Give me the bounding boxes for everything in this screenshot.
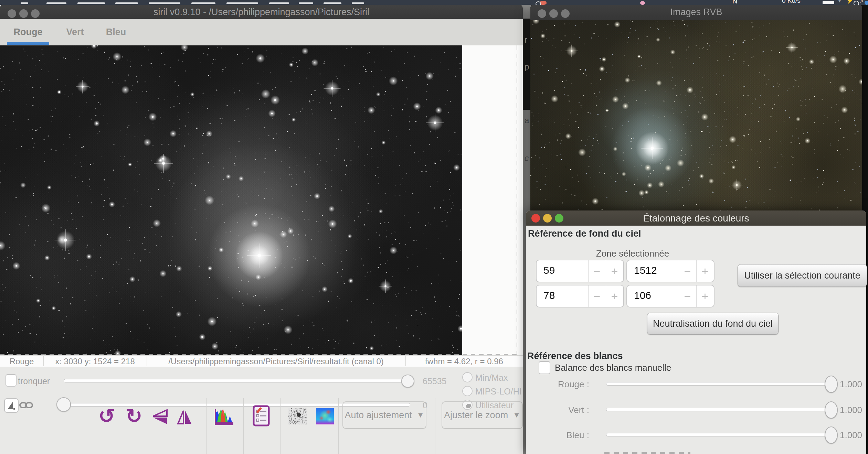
decrement-button[interactable]: − — [588, 285, 606, 307]
green-slider-value: 1.000 — [840, 405, 862, 415]
rotate-ccw-button[interactable]: ↺ — [98, 407, 116, 425]
tab-rouge[interactable]: Rouge — [7, 19, 49, 45]
chevron-down-icon: ▼ — [417, 411, 424, 420]
macos-menubar[interactable]: N 0 Ko/s ▼ ⚡ ⌕ — [0, 0, 868, 5]
radio-mips-label: MIPS-LO/HI — [475, 387, 522, 397]
rotate-cw-icon: ↻ — [126, 408, 142, 424]
clipped-letter: p — [525, 62, 529, 72]
active-tab-underline — [7, 42, 49, 45]
truncate-checkbox[interactable] — [6, 374, 17, 387]
decrement-button[interactable]: − — [588, 260, 606, 282]
use-current-selection-button[interactable]: Utiliser la sélection courante — [738, 264, 867, 287]
radio-minmax-label: Min/Max — [475, 373, 508, 383]
dialog-titlebar[interactable]: Étalonnage des couleurs — [526, 210, 866, 226]
grayscale-image[interactable] — [0, 45, 462, 355]
tab-bleu[interactable]: Bleu — [99, 19, 133, 45]
radio-minmax[interactable] — [462, 372, 473, 382]
chevron-down-icon: ▼ — [513, 411, 520, 420]
blue-slider-track[interactable] — [606, 433, 831, 436]
search-status-icon[interactable] — [536, 1, 541, 5]
fits-header-button[interactable] — [253, 405, 270, 426]
status-channel: Rouge — [0, 356, 43, 367]
background-reference-header: Référence de fond du ciel — [528, 228, 641, 239]
background-neutralization-button[interactable]: Neutralisation du fond du ciel — [647, 313, 779, 335]
increment-button[interactable]: + — [606, 285, 623, 307]
decrement-button[interactable]: − — [679, 260, 696, 282]
dialog-title: Étalonnage des couleurs — [526, 213, 866, 224]
blue-app-status-icon[interactable] — [865, 1, 868, 5]
histogram-button[interactable] — [214, 407, 234, 426]
fits-header-icon — [253, 405, 270, 426]
image-canvas-area[interactable] — [0, 45, 523, 359]
selected-zone-label: Zone sélectionnée — [581, 248, 684, 259]
zone-height-spinbox[interactable]: 106 − + — [626, 285, 714, 307]
battery-icon[interactable] — [823, 1, 834, 4]
status-filename: /Users/philippemingasson/Pictures/Siril/… — [147, 356, 405, 367]
blue-slider-knob[interactable] — [825, 426, 838, 444]
zone-width-spinbox[interactable]: 78 − + — [536, 285, 624, 307]
siril-window: siril v0.9.10 - /Users/philippemingasson… — [0, 4, 523, 454]
white-reference-header: Référence des blancs — [527, 351, 623, 361]
tab-vert[interactable]: Vert — [58, 19, 92, 45]
rvb-window: Images RVB — [530, 4, 862, 213]
status-fwhm: fwhm = 4.62, r = 0.96 — [405, 356, 523, 367]
green-slider-label: Vert : — [526, 405, 589, 415]
statusbar: Rouge x: 3030 y: 1524 = 218 /Users/phili… — [0, 355, 523, 367]
network-speed[interactable]: 0 Ko/s — [782, 0, 801, 4]
increment-button[interactable]: + — [696, 260, 714, 282]
radio-mips[interactable] — [462, 386, 473, 396]
selection-dashed-right — [517, 45, 517, 354]
blue-slider-label: Bleu : — [526, 430, 589, 441]
red-slider-value: 1.000 — [840, 379, 862, 390]
rvb-titlebar[interactable]: Images RVB — [530, 4, 862, 20]
clipped-partial-text — [604, 452, 690, 454]
rvb-image[interactable] — [530, 20, 862, 213]
manual-wb-label: Balance des blancs manuelle — [555, 363, 671, 373]
increment-button[interactable]: + — [696, 285, 714, 307]
zoom-fit-dropdown[interactable]: Ajuster le zoom ▼ — [442, 401, 523, 429]
clipped-letter: a — [525, 116, 529, 125]
zone-x-spinbox[interactable]: 59 − + — [536, 260, 624, 282]
lightning-icon[interactable]: ⚡ — [846, 0, 853, 4]
hi-value: 65535 — [423, 376, 447, 386]
notification-status-icon[interactable]: N — [732, 0, 737, 5]
falsecolor-preview-thumbnail[interactable] — [316, 408, 334, 424]
hi-slider-track[interactable] — [64, 379, 410, 382]
green-slider-knob[interactable] — [825, 401, 838, 419]
selection-dashed-bottom — [0, 354, 517, 355]
channel-tabbar: Rouge Vert Bleu — [0, 19, 523, 46]
spotlight-search-icon[interactable]: ⌕ — [860, 0, 864, 4]
auto-adjust-dropdown[interactable]: Auto ajustement ▼ — [342, 401, 426, 429]
green-slider-track[interactable] — [606, 408, 831, 411]
window-title: Images RVB — [530, 7, 862, 18]
manual-wb-checkbox[interactable] — [539, 361, 550, 374]
truncate-label: tronquer — [18, 376, 50, 386]
siril-titlebar[interactable]: siril v0.9.10 - /Users/philippemingasson… — [0, 4, 523, 19]
lo-slider-knob[interactable] — [56, 397, 71, 412]
flip-vertical-icon — [176, 409, 194, 425]
decrement-button[interactable]: − — [679, 285, 696, 307]
hi-slider-knob[interactable] — [401, 375, 414, 388]
red-slider-track[interactable] — [606, 382, 831, 386]
color-calibration-dialog: Étalonnage des couleurs Référence de fon… — [526, 210, 866, 454]
grayscale-preview-thumbnail[interactable] — [288, 408, 307, 424]
rotate-ccw-icon: ↺ — [98, 408, 115, 424]
window-title: siril v0.9.10 - /Users/philippemingasson… — [0, 7, 523, 18]
increment-button[interactable]: + — [606, 260, 623, 282]
histogram-icon — [214, 407, 234, 426]
flip-horizontal-button[interactable] — [151, 409, 169, 425]
pink-status-icon[interactable] — [640, 1, 645, 5]
negative-view-button[interactable] — [4, 398, 19, 413]
clipped-letter: c — [525, 153, 529, 163]
circle-status-icon[interactable] — [854, 1, 859, 5]
zone-y-spinbox[interactable]: 1512 − + — [626, 260, 714, 282]
flip-horizontal-icon — [151, 409, 169, 425]
red-slider-knob[interactable] — [825, 376, 838, 393]
link-channels-icon[interactable] — [19, 401, 33, 409]
status-cursor: x: 3030 y: 1524 = 218 — [43, 356, 147, 367]
screen: r p a c siril v0.9.10 - /Users/philippem… — [0, 0, 868, 454]
flip-vertical-button[interactable] — [176, 409, 194, 425]
clipped-letter: r — [525, 35, 527, 45]
chevron-down-icon[interactable]: ▼ — [837, 0, 842, 3]
rotate-cw-button[interactable]: ↻ — [125, 407, 143, 425]
